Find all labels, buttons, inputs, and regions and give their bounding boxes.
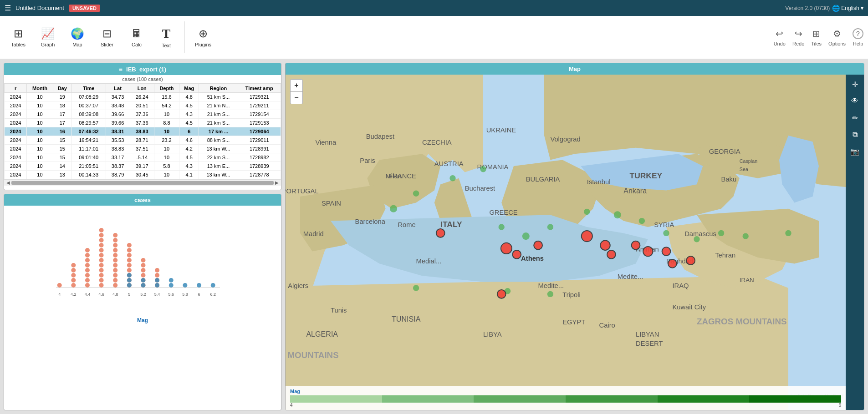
table-row[interactable]: 2024 10 13 00:14:33 38.79 30.45 10 4.1 1… [5, 171, 281, 179]
svg-text:Barcelona: Barcelona [355, 218, 386, 225]
svg-point-167 [436, 229, 445, 237]
tables-icon: ⊞ [14, 27, 23, 40]
col-depth[interactable]: Depth [154, 84, 179, 93]
table-row[interactable]: 2024 10 18 00:37:07 38.48 20.51 54.2 4.5… [5, 101, 281, 110]
col-time[interactable]: Time [71, 84, 106, 93]
svg-point-69 [127, 283, 132, 288]
svg-point-152 [413, 285, 419, 291]
col-timestamp[interactable]: Timest amp [238, 84, 281, 93]
table-row[interactable]: 2024 10 16 07:46:32 38.31 38.83 10 6 17 … [5, 127, 281, 136]
svg-point-138 [413, 191, 419, 197]
table-row[interactable]: 2024 10 14 21:05:51 38.37 39.17 5.8 4.3 … [5, 162, 281, 171]
svg-point-77 [169, 278, 174, 283]
col-r[interactable]: r [5, 84, 27, 93]
help-label: Help [853, 41, 863, 46]
svg-text:Caspian: Caspian [740, 158, 757, 164]
svg-point-16 [71, 273, 76, 278]
svg-point-37 [99, 233, 104, 237]
main-content: ≡ IEB_export (1) cases (100 cases) r Mon… [0, 59, 868, 414]
topbar-left: ☰ Untitled Document UNSAVED [5, 4, 100, 12]
language-button[interactable]: 🌐 English ▾ [832, 5, 863, 12]
svg-text:CZECHIA: CZECHIA [422, 139, 452, 146]
svg-point-20 [85, 278, 90, 283]
svg-text:5.6: 5.6 [168, 292, 174, 297]
svg-point-21 [85, 273, 90, 278]
col-mag[interactable]: Mag [179, 84, 199, 93]
svg-text:BULGARIA: BULGARIA [526, 176, 560, 183]
svg-point-48 [113, 238, 117, 242]
table-row[interactable]: 2024 10 15 11:17:01 38.83 37.51 10 4.2 1… [5, 145, 281, 153]
legend-seg-6 [749, 395, 841, 403]
legend-labels: 4 6 [290, 403, 841, 408]
svg-point-35 [99, 243, 104, 247]
legend-title: Mag [290, 389, 841, 394]
svg-point-155 [501, 243, 512, 254]
tiles-icon: ⊞ [812, 28, 820, 39]
svg-point-40 [113, 278, 117, 283]
svg-point-17 [71, 268, 76, 273]
table-container[interactable]: r Month Day Time Lat Lon Depth Mag Regio… [4, 84, 281, 179]
svg-point-141 [499, 224, 505, 230]
undo-button[interactable]: ↩ Undo [774, 28, 786, 46]
svg-text:Kuwait City: Kuwait City [672, 303, 706, 311]
graph-tool-button[interactable]: 📈 Graph [34, 19, 61, 56]
svg-point-18 [71, 263, 76, 268]
hamburger-menu-icon[interactable]: ☰ [5, 4, 11, 12]
svg-point-22 [85, 268, 90, 273]
svg-point-26 [85, 248, 90, 252]
col-lon[interactable]: Lon [130, 84, 154, 93]
table-row[interactable]: 2024 10 15 09:01:40 33.17 -5.14 10 4.5 2… [5, 153, 281, 162]
calc-tool-button[interactable]: 🖩 Calc [123, 19, 150, 56]
col-month[interactable]: Month [27, 84, 53, 93]
svg-point-42 [113, 268, 117, 273]
svg-text:Paris: Paris [360, 157, 375, 164]
svg-text:ITALY: ITALY [440, 220, 462, 229]
tiles-button[interactable]: ⊞ Tiles [811, 28, 822, 46]
col-lat[interactable]: Lat [106, 84, 130, 93]
redo-button[interactable]: ↪ Redo [792, 28, 804, 46]
map-camera-tool[interactable]: 📷 [848, 144, 862, 159]
map-move-tool[interactable]: ✛ [848, 77, 862, 91]
map-edit-tool[interactable]: ✏ [848, 111, 862, 125]
redo-label: Redo [792, 41, 804, 46]
plugins-tool-button[interactable]: ⊕ Plugins [189, 19, 217, 56]
svg-point-146 [639, 218, 645, 224]
svg-point-43 [113, 263, 117, 268]
svg-text:IRAN: IRAN [740, 277, 754, 283]
map-zoom-controls: + − [290, 79, 303, 104]
table-row[interactable]: 2024 10 15 16:54:21 35.53 28.71 23.2 4.6… [5, 136, 281, 145]
tables-tool-button[interactable]: ⊞ Tables [5, 19, 32, 56]
table-row[interactable]: 2024 10 17 08:29:57 39.66 37.36 8.8 4.5 … [5, 119, 281, 127]
svg-point-29 [99, 273, 104, 278]
help-button[interactable]: ? Help [853, 28, 863, 46]
table-menu-icon[interactable]: ≡ [119, 66, 123, 73]
scroll-left-icon[interactable]: ◀ [6, 180, 10, 185]
map-layers-tool[interactable]: ⧉ [848, 127, 862, 142]
zoom-out-button[interactable]: − [291, 92, 302, 104]
map-tool-button[interactable]: 🌍 Map [64, 19, 91, 56]
svg-point-47 [113, 243, 117, 247]
options-button[interactable]: ⚙ Options [828, 28, 846, 46]
col-day[interactable]: Day [53, 84, 71, 93]
scroll-thumb[interactable] [11, 181, 274, 185]
zoom-in-button[interactable]: + [291, 80, 302, 91]
svg-point-148 [694, 236, 700, 242]
table-scrollbar[interactable]: ◀ ▶ [4, 179, 281, 186]
scroll-right-icon[interactable]: ▶ [275, 180, 279, 185]
map-header: Map [286, 63, 864, 75]
table-row[interactable]: 2024 10 17 08:39:08 39.66 37.36 10 4.3 2… [5, 110, 281, 119]
slider-tool-button[interactable]: ⊟ Slider [93, 19, 121, 56]
svg-point-31 [99, 263, 104, 268]
svg-text:ATLAS MOUNTAINS: ATLAS MOUNTAINS [286, 350, 339, 360]
map-eye-tool[interactable]: 👁 [848, 94, 862, 108]
map-body[interactable]: + − [286, 75, 864, 410]
document-title: Untitled Document [15, 5, 64, 11]
text-tool-button[interactable]: T Text [153, 19, 180, 56]
col-region[interactable]: Region [199, 84, 238, 93]
svg-text:4.8: 4.8 [112, 292, 118, 297]
table-row[interactable]: 2024 10 19 07:08:29 34.73 26.24 15.6 4.8… [5, 93, 281, 101]
svg-text:ZAGROS MOUNTAINS: ZAGROS MOUNTAINS [697, 317, 787, 326]
svg-point-139 [449, 175, 455, 181]
legend-seg-3 [474, 395, 566, 403]
svg-text:Algiers: Algiers [288, 282, 308, 289]
